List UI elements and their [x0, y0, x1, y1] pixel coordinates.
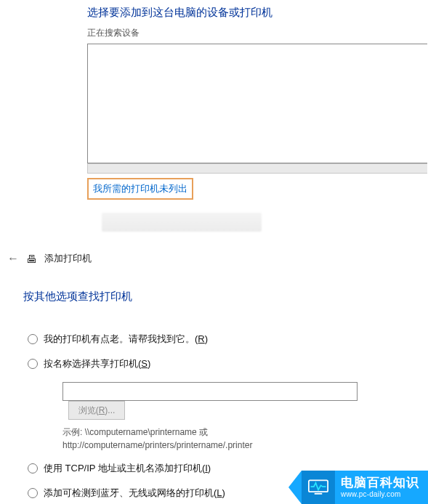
option-tcpip-label: 使用 TCP/IP 地址或主机名添加打印机(I)	[44, 462, 211, 475]
wizard-header: ← 🖶 添加打印机	[7, 252, 415, 265]
find-printer-subheading: 按其他选项查找打印机	[23, 290, 415, 304]
browse-button: 浏览(R)...	[68, 401, 125, 420]
searching-label: 正在搜索设备	[87, 27, 428, 39]
option-shared-by-name-label: 按名称选择共享打印机(S)	[44, 357, 150, 370]
option-old-printer[interactable]: 我的打印机有点老。请帮我找到它。(R)	[28, 333, 415, 346]
watermark-tail-shape	[288, 471, 302, 504]
option-old-printer-radio[interactable]	[28, 334, 38, 344]
shared-printer-path-input[interactable]	[62, 382, 358, 401]
watermark-cn: 电脑百科知识	[341, 476, 419, 490]
option-wireless-label: 添加可检测到蓝牙、无线或网络的打印机(L)	[44, 487, 225, 500]
select-device-heading: 选择要添加到这台电脑的设备或打印机	[87, 0, 428, 20]
shared-printer-block: 浏览(R)... 示例: \\computername\printername …	[62, 382, 415, 452]
option-tcpip-radio[interactable]	[28, 463, 38, 473]
svg-rect-1	[315, 493, 323, 495]
shared-printer-example: 示例: \\computername\printername 或 http://…	[62, 426, 415, 452]
obscured-region	[102, 213, 262, 232]
device-list[interactable]	[87, 44, 427, 163]
site-watermark: 电脑百科知识 www.pc-daily.com	[288, 471, 428, 504]
watermark-text: 电脑百科知识 www.pc-daily.com	[335, 471, 428, 504]
option-shared-by-name-radio[interactable]	[28, 359, 38, 369]
add-printer-title: 添加打印机	[44, 252, 92, 265]
printer-icon: 🖶	[26, 253, 37, 265]
option-old-printer-label: 我的打印机有点老。请帮我找到它。(R)	[44, 333, 208, 346]
select-device-panel: 选择要添加到这台电脑的设备或打印机 正在搜索设备 我所需的打印机未列出	[0, 0, 428, 200]
watermark-en: www.pc-daily.com	[341, 490, 419, 499]
device-list-scrollbar[interactable]	[87, 163, 427, 174]
printer-not-listed-link[interactable]: 我所需的打印机未列出	[87, 178, 193, 200]
find-printer-panel: ← 🖶 添加打印机 按其他选项查找打印机 我的打印机有点老。请帮我找到它。(R)…	[0, 252, 428, 504]
option-shared-by-name[interactable]: 按名称选择共享打印机(S)	[28, 357, 415, 370]
option-wireless-radio[interactable]	[28, 488, 38, 498]
back-arrow-icon[interactable]: ←	[7, 252, 19, 265]
monitor-pulse-icon	[302, 471, 335, 504]
